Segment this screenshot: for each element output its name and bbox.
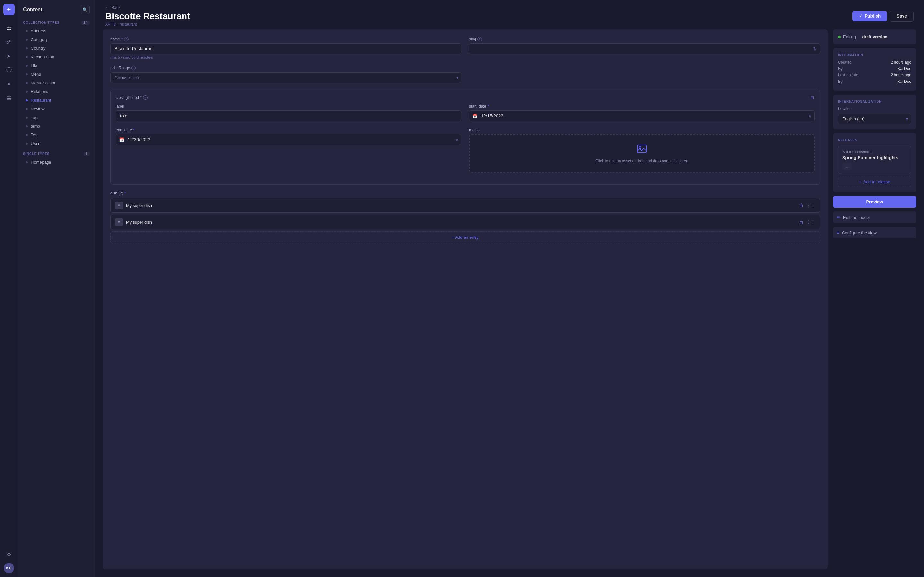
start-date-input[interactable] xyxy=(469,110,815,121)
sidebar-item-user[interactable]: User xyxy=(19,139,93,148)
releases-card: RELEASES Will be published in Spring Sum… xyxy=(833,133,916,192)
price-range-label: priceRange ? xyxy=(110,66,461,70)
slug-reload-icon[interactable]: ↻ xyxy=(813,46,817,52)
user-avatar[interactable]: KD xyxy=(4,563,14,573)
sidebar-item-tag[interactable]: Tag xyxy=(19,113,93,122)
slug-label: slug ? xyxy=(469,37,820,41)
sidebar-header: Content 🔍 xyxy=(18,0,95,17)
dish-entries: ▼ My super dish 🗑 ⋮⋮ ▼ My super dish 🗑 ⋮… xyxy=(110,198,820,229)
name-input[interactable] xyxy=(110,44,461,54)
sidebar-item-like[interactable]: Like xyxy=(19,61,93,70)
sidebar-item-label: Review xyxy=(31,106,45,111)
nav-releases-icon[interactable]: ➤ xyxy=(3,50,15,61)
dish-drag-button[interactable]: ⋮⋮ xyxy=(806,219,815,225)
sidebar-item-label: Kitchen Sink xyxy=(31,55,54,60)
configure-view-label: Configure the view xyxy=(842,230,877,235)
dish-entry-1: ▼ My super dish 🗑 ⋮⋮ xyxy=(110,215,820,229)
configure-view-link[interactable]: ≡ Configure the view xyxy=(833,227,916,239)
empty-right xyxy=(469,66,820,83)
sidebar-dot xyxy=(26,134,27,136)
back-link[interactable]: ← Back xyxy=(105,5,190,10)
sidebar-item-temp[interactable]: temp xyxy=(19,122,93,131)
edit-model-label: Edit the model xyxy=(843,215,870,220)
sidebar-item-menu[interactable]: Menu xyxy=(19,70,93,79)
configure-view-icon: ≡ xyxy=(837,230,839,235)
info-section-title: INFORMATION xyxy=(838,53,911,57)
slug-input[interactable] xyxy=(469,44,820,54)
end-date-clear-icon[interactable]: × xyxy=(456,137,458,142)
slug-field-group: slug ? ↻ xyxy=(469,37,820,60)
sidebar-items: Address Category Country Kitchen Sink Li… xyxy=(18,27,95,148)
main-area: ← Back Biscotte Restaurant API ID : rest… xyxy=(95,0,924,577)
sidebar-item-relations[interactable]: Relations xyxy=(19,87,93,96)
nav-plugins-icon[interactable]: ✦ xyxy=(3,78,15,90)
last-update-value: 2 hours ago xyxy=(891,73,911,77)
sidebar-item-label: Like xyxy=(31,63,39,68)
sidebar-dot xyxy=(26,82,27,84)
form-panel: name * ? min. 5 / max. 50 characters slu… xyxy=(103,29,828,569)
sidebar-item-test[interactable]: Test xyxy=(19,131,93,139)
sidebar-item-label: Relations xyxy=(31,89,48,94)
sidebar-search-button[interactable]: 🔍 xyxy=(80,5,90,14)
name-info-icon[interactable]: ? xyxy=(124,37,129,41)
dish-drag-button[interactable]: ⋮⋮ xyxy=(806,203,815,208)
dish-expand-button[interactable]: ▼ xyxy=(115,218,123,226)
start-date-group: start_date * 📅 × xyxy=(469,104,815,121)
sidebar-item-category[interactable]: Category xyxy=(19,35,93,44)
dish-entry-0: ▼ My super dish 🗑 ⋮⋮ xyxy=(110,198,820,213)
sidebar-item-label: temp xyxy=(31,124,40,129)
media-upload-area[interactable]: Click to add an asset or drag and drop o… xyxy=(469,134,815,172)
dish-delete-button[interactable]: 🗑 xyxy=(799,219,804,225)
dish-delete-button[interactable]: 🗑 xyxy=(799,203,804,208)
name-field-group: name * ? min. 5 / max. 50 characters xyxy=(110,37,461,60)
dish-left: ▼ My super dish xyxy=(115,201,152,209)
publish-button[interactable]: ✓ Publish xyxy=(852,11,887,21)
topbar: ← Back Biscotte Restaurant API ID : rest… xyxy=(95,0,924,29)
topbar-actions: ✓ Publish Save xyxy=(852,11,914,21)
collection-types-label: COLLECTION TYPES 14 xyxy=(18,17,95,27)
created-row: Created 2 hours ago xyxy=(838,60,911,64)
sidebar-item-review[interactable]: Review xyxy=(19,105,93,113)
closing-period-info-icon[interactable]: ? xyxy=(143,95,148,100)
sidebar-item-country[interactable]: Country xyxy=(19,44,93,53)
back-arrow-icon: ← xyxy=(105,5,109,10)
save-button[interactable]: Save xyxy=(890,11,914,21)
sidebar-item-label: Menu Section xyxy=(31,81,56,85)
closing-period-delete-icon[interactable]: 🗑 xyxy=(810,95,815,100)
nav-info-icon[interactable]: ⓘ xyxy=(3,64,15,76)
price-range-info-icon[interactable]: ? xyxy=(131,66,136,70)
add-to-release-button[interactable]: + Add to release xyxy=(838,177,911,187)
sidebar-dot xyxy=(26,65,27,67)
start-date-clear-icon[interactable]: × xyxy=(809,114,811,118)
start-date-wrap: 📅 × xyxy=(469,110,815,121)
sidebar-item-menu-section[interactable]: Menu Section xyxy=(19,79,93,87)
sidebar-item-label: Test xyxy=(31,132,39,137)
name-required: * xyxy=(121,37,123,41)
nav-media-icon[interactable]: ☍ xyxy=(3,36,15,47)
last-update-by-row: By Kai Doe xyxy=(838,79,911,84)
nav-shop-icon[interactable]: ☵ xyxy=(3,92,15,104)
end-date-input[interactable] xyxy=(116,134,461,145)
nav-content-icon[interactable]: ☷ xyxy=(3,22,15,33)
sidebar-dot xyxy=(26,117,27,119)
sidebar-item-restaurant[interactable]: Restaurant xyxy=(19,96,93,105)
slug-info-icon[interactable]: ? xyxy=(477,37,482,41)
created-by-row: By Kai Doe xyxy=(838,66,911,71)
sidebar-item-homepage[interactable]: Homepage xyxy=(19,158,93,166)
label-input[interactable] xyxy=(116,110,461,121)
preview-button[interactable]: Preview xyxy=(833,196,916,208)
name-slug-row: name * ? min. 5 / max. 50 characters slu… xyxy=(110,37,820,60)
dish-expand-button[interactable]: ▼ xyxy=(115,201,123,209)
closing-period-header: closingPeriod * ? 🗑 xyxy=(116,95,815,100)
edit-model-link[interactable]: ✏ Edit the model xyxy=(833,211,916,223)
release-menu-button[interactable]: ... xyxy=(842,163,852,170)
sidebar-item-address[interactable]: Address xyxy=(19,27,93,35)
locale-select[interactable]: English (en) xyxy=(838,114,911,124)
sidebar-item-kitchen-sink[interactable]: Kitchen Sink xyxy=(19,53,93,61)
created-value: 2 hours ago xyxy=(891,60,911,64)
last-update-label: Last update xyxy=(838,73,858,77)
add-entry-button[interactable]: + Add an entry xyxy=(110,231,820,243)
price-range-select[interactable]: Choose here xyxy=(110,72,461,83)
nav-settings-icon[interactable]: ⚙ xyxy=(3,549,15,560)
page-title: Biscotte Restaurant xyxy=(105,11,190,21)
